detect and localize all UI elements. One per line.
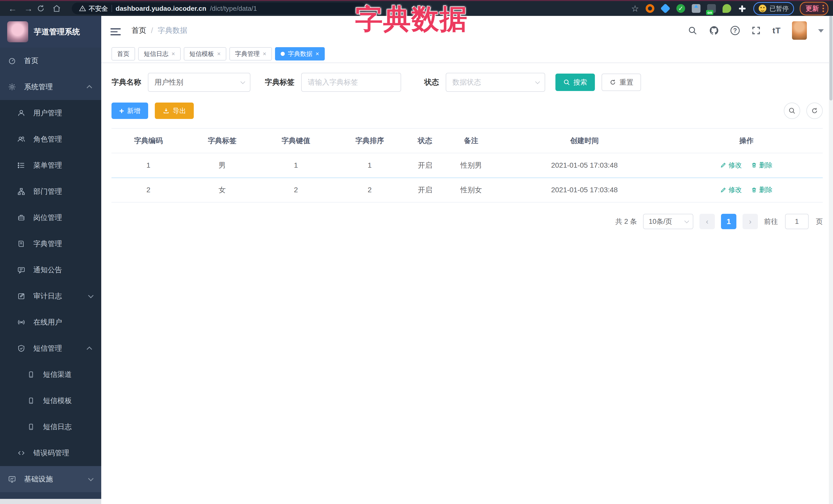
add-button[interactable]: + 新增 [112,102,148,119]
col-status: 状态 [406,128,444,153]
search-button[interactable]: 搜索 [555,74,595,91]
tab-dict-data[interactable]: 字典数据× [275,47,325,61]
font-size-icon[interactable]: tT [772,26,781,35]
table-row: 1 男 1 1 开启 性别男 2021-01-05 17:03:48 修改 删除 [112,153,823,178]
help-icon[interactable]: ? [731,26,740,35]
sidebar-item-infrastructure[interactable]: 基础设施 [0,466,101,492]
page-unit-label: 页 [816,217,823,226]
refresh-table-button[interactable] [806,102,823,119]
warning-triangle-icon [79,5,86,12]
plus-icon: + [119,106,124,115]
total-count: 共 2 条 [615,217,637,226]
tab-sms-log[interactable]: 短信日志× [138,47,181,61]
avatar-caret-icon[interactable] [818,29,824,35]
reset-button[interactable]: 重置 [601,74,641,91]
extension-icon-orange-ring[interactable] [646,4,654,13]
bookmark-star-icon[interactable]: ☆ [631,3,639,14]
page-size-select[interactable]: 10条/页 [643,214,693,229]
breadcrumb-separator: / [151,26,153,35]
user-icon [17,109,26,117]
status-text: 开启 [406,178,444,202]
sidebar-item-sms-channel[interactable]: 短信渠道 [0,361,101,388]
search-icon[interactable] [687,25,698,35]
sidebar-item-error-code-management[interactable]: 错误码管理 [0,440,101,466]
delete-link[interactable]: 删除 [751,185,772,194]
home-icon[interactable] [52,4,68,13]
sidebar-item-home[interactable]: 首页 [0,48,101,74]
close-icon[interactable]: × [171,50,175,57]
col-dict-value: 字典键值 [259,128,333,153]
search-icon [788,107,796,115]
close-icon[interactable]: × [315,50,319,57]
edit-link[interactable]: 修改 [720,161,742,170]
sidebar-item-user-management[interactable]: 用户管理 [0,100,101,126]
chevron-down-icon [88,293,94,298]
pencil-icon [720,187,727,193]
sidebar-collapse-icon[interactable] [111,26,121,34]
extensions-puzzle-icon[interactable] [738,4,747,13]
dictionary-book-icon [17,239,26,248]
tab-sms-template[interactable]: 短信模板× [184,47,226,61]
sidebar-item-system-management[interactable]: 系统管理 [0,74,101,100]
current-page-button[interactable]: 1 [721,214,736,229]
prev-page-button[interactable]: ‹ [699,214,715,229]
sidebar-item-online-users[interactable]: 在线用户 [0,309,101,335]
forward-icon[interactable]: → [21,4,37,13]
export-button[interactable]: 导出 [155,102,194,119]
sidebar-item-post-management[interactable]: 岗位管理 [0,205,101,231]
browser-update-button[interactable]: 更新 [800,2,828,16]
reload-icon[interactable] [37,4,52,13]
extension-icon-on-switch[interactable]: on [707,4,716,13]
pagination: 共 2 条 10条/页 ‹ 1 › 前往 页 [112,214,823,229]
close-icon[interactable]: × [217,50,221,57]
sidebar-item-role-management[interactable]: 角色管理 [0,126,101,152]
sidebar-item-department-management[interactable]: 部门管理 [0,178,101,205]
back-icon[interactable]: ← [5,4,21,13]
app-logo-row[interactable]: 芋道管理系统 [0,16,101,48]
sidebar-item-menu-management[interactable]: 菜单管理 [0,152,101,178]
gear-icon [8,82,17,91]
sidebar-item-dict-management[interactable]: 字典管理 [0,231,101,257]
dict-name-label: 字典名称 [112,77,141,88]
goto-page-input[interactable] [785,214,809,229]
address-divider [112,5,112,12]
extension-icon-blue-gem[interactable] [661,4,670,13]
edit-link[interactable]: 修改 [720,185,742,194]
user-avatar[interactable] [792,21,807,40]
extension-icon-green-leaf[interactable] [722,4,731,13]
status-select[interactable]: 数据状态 [446,73,545,92]
breadcrumb-home[interactable]: 首页 [132,25,146,35]
breadcrumb: 首页 / 字典数据 [132,25,187,35]
sidebar-item-notice-announcement[interactable]: 通知公告 [0,257,101,283]
browser-menu-icon[interactable] [823,5,824,12]
paused-label: 已暂停 [769,4,789,13]
security-warning[interactable]: 不安全 [79,4,108,13]
next-page-button[interactable]: › [742,214,758,229]
page-scrollbar[interactable] [829,16,833,504]
trash-icon [751,162,757,168]
goto-label: 前往 [764,217,778,226]
show-search-toggle-button[interactable] [784,102,800,119]
address-bar[interactable]: 不安全 dashboard.yudao.iocoder.cn/dict/type… [72,3,366,14]
dict-name-select[interactable]: 用户性别 [148,73,251,92]
extension-icon-green-check[interactable]: ✓ [676,4,685,13]
dict-label-input[interactable]: 请输入字典标签 [301,73,401,92]
close-icon[interactable]: × [263,50,266,57]
extension-icon-gray-tool[interactable] [692,4,700,13]
code-icon [17,449,26,457]
tab-home[interactable]: 首页 [112,47,135,61]
sidebar-item-audit-log[interactable]: 审计日志 [0,283,101,309]
chevron-down-icon [88,476,94,481]
delete-link[interactable]: 删除 [751,161,772,170]
github-icon[interactable] [709,25,719,35]
profile-paused-chip[interactable]: 已暂停 [753,2,794,15]
sidebar-item-sms-log[interactable]: 短信日志 [0,414,101,440]
fullscreen-icon[interactable] [751,25,761,35]
col-dict-code: 字典编码 [112,128,185,153]
sidebar-item-sms-management[interactable]: 短信管理 [0,335,101,361]
sidebar-item-sms-template[interactable]: 短信模板 [0,388,101,414]
scrollbar-thumb[interactable] [829,16,832,100]
phone-icon [27,423,35,431]
status-label: 状态 [424,77,439,88]
tab-dict-management[interactable]: 字典管理× [230,47,272,61]
